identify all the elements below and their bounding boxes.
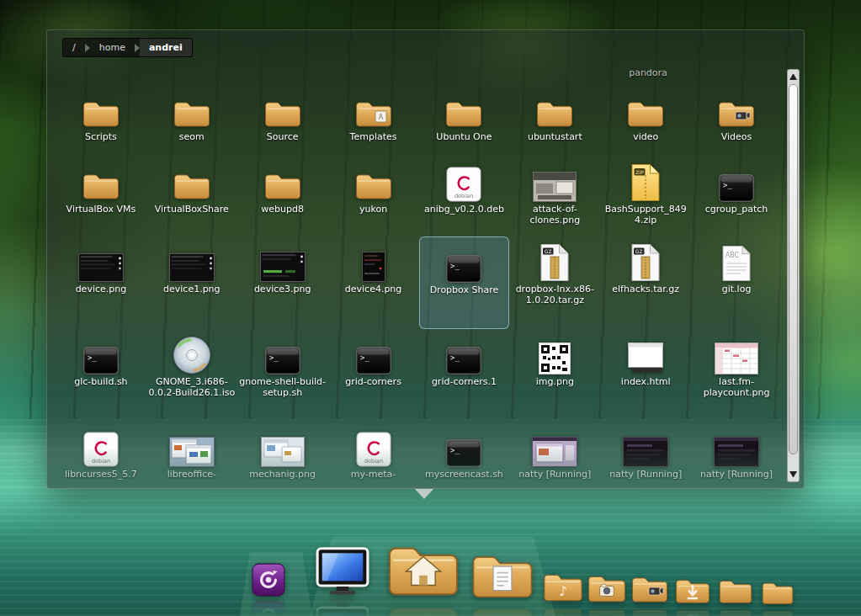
file-item[interactable]: Videos xyxy=(691,84,782,157)
file-item[interactable]: Scripts xyxy=(56,84,146,157)
breadcrumb-home[interactable]: home xyxy=(90,39,135,56)
file-label: libncurses5_5.7 xyxy=(57,470,145,481)
file-item[interactable]: attack-of-clones.png xyxy=(509,157,600,236)
file-item[interactable]: debianmy-meta- xyxy=(328,422,419,488)
svg-text:debian: debian xyxy=(364,458,382,465)
svg-text:>_: >_ xyxy=(450,353,460,362)
folder-music-icon: ♪ xyxy=(542,570,584,604)
file-item[interactable]: >_gnome-shell-build-setup.sh xyxy=(237,329,328,422)
svg-text:debian: debian xyxy=(92,458,110,465)
text-icon: ABC xyxy=(721,238,752,282)
vm-dark-icon xyxy=(714,423,759,467)
svg-text:>_: >_ xyxy=(269,353,279,362)
file-item[interactable]: natty [Running] xyxy=(600,422,691,488)
scroll-down-icon[interactable] xyxy=(789,471,797,477)
file-item[interactable]: VirtualBoxShare xyxy=(146,157,237,236)
scrollbar[interactable] xyxy=(787,69,800,482)
file-label: my-meta- xyxy=(330,470,417,481)
dock-item-computer[interactable] xyxy=(315,547,370,596)
panel-pointer-icon xyxy=(415,489,433,499)
dock-item-launcher[interactable] xyxy=(251,562,286,597)
file-item[interactable]: ATemplates xyxy=(328,84,419,157)
file-item[interactable]: >_Dropbox Share xyxy=(419,236,510,329)
dock-item-folder-2[interactable] xyxy=(761,579,795,607)
shot-dark-wide-icon xyxy=(78,238,124,282)
file-item[interactable]: natty [Running] xyxy=(691,422,782,488)
file-item[interactable]: GNOME_3.i686-0.0.2-Build26.1.iso xyxy=(146,329,237,422)
dock-item-downloads-folder[interactable] xyxy=(674,576,711,606)
file-item[interactable]: Source xyxy=(237,84,328,157)
svg-text:>_: >_ xyxy=(450,446,460,454)
terminal-icon: >_ xyxy=(356,331,391,374)
file-item[interactable]: debianlibncurses5_5.7 xyxy=(56,422,146,488)
file-item[interactable]: debiananibg_v0.2.0.deb xyxy=(419,157,510,236)
file-item[interactable]: >_myscreencast.sh xyxy=(419,422,510,488)
breadcrumb: / home andrei xyxy=(62,38,193,57)
file-item[interactable]: device.png xyxy=(56,236,146,329)
file-item[interactable]: natty [Running] xyxy=(509,422,600,488)
terminal-icon: >_ xyxy=(265,331,300,374)
breadcrumb-root[interactable]: / xyxy=(63,39,85,56)
folder-plain-icon xyxy=(718,576,753,606)
file-label: VirtualBoxShare xyxy=(148,204,236,215)
file-browser-panel: / home andrei pandora Scripts seom Sourc… xyxy=(46,29,805,489)
file-label: index.html xyxy=(602,377,689,388)
scroll-up-icon[interactable] xyxy=(789,74,797,80)
file-item[interactable]: VirtualBox VMs xyxy=(56,157,146,236)
svg-text:ZIP: ZIP xyxy=(635,169,644,175)
file-item[interactable]: >_grid-corners.1 xyxy=(419,329,510,422)
file-item[interactable]: device3.png xyxy=(237,236,328,329)
file-item[interactable]: >_glc-build.sh xyxy=(56,329,146,422)
file-item[interactable]: GZelfhacks.tar.gz xyxy=(600,236,691,329)
shot-dark-green-icon xyxy=(260,238,306,282)
file-item[interactable]: ABCgit.log xyxy=(691,236,782,329)
folder-icon xyxy=(263,86,302,130)
file-label: natty [Running] xyxy=(693,470,780,481)
dock-item-videos-folder[interactable] xyxy=(630,573,669,605)
file-item[interactable]: device1.png xyxy=(146,236,237,329)
dock-item-home-folder[interactable] xyxy=(385,539,461,601)
svg-text:>_: >_ xyxy=(88,353,97,362)
file-item[interactable]: >_cgroup_patch xyxy=(691,157,782,236)
file-item[interactable]: Ubuntu One xyxy=(419,84,510,157)
folder-videos-icon xyxy=(717,86,756,130)
file-label: Dropbox Share xyxy=(422,285,508,296)
folder-icon xyxy=(263,158,302,202)
file-label: BashSupport_8494.zip xyxy=(602,204,689,226)
file-label: device.png xyxy=(57,284,145,295)
file-item[interactable]: mechanig.png xyxy=(237,422,328,488)
dock-item-folder-1[interactable] xyxy=(718,576,753,606)
dock-item-music-folder[interactable]: ♪ xyxy=(542,570,584,604)
file-item[interactable]: last.fm-playcount.png xyxy=(691,329,782,422)
deb-icon: debian xyxy=(83,423,119,467)
file-item[interactable]: index.html xyxy=(600,329,691,422)
svg-text:A: A xyxy=(378,114,383,121)
file-item[interactable]: libreoffice- xyxy=(146,422,237,488)
scrollbar-thumb[interactable] xyxy=(789,84,798,454)
file-label: Videos xyxy=(693,132,780,143)
file-label: anibg_v0.2.0.deb xyxy=(421,204,508,215)
terminal-icon: >_ xyxy=(83,331,119,374)
desktop: / home andrei pandora Scripts seom Sourc… xyxy=(0,0,861,616)
breadcrumb-current[interactable]: andrei xyxy=(140,39,192,56)
file-item[interactable]: yukon xyxy=(328,157,419,236)
file-label: Source xyxy=(239,132,327,143)
folder-downloads-icon xyxy=(674,576,711,606)
file-item[interactable]: >_grid-corners xyxy=(328,329,419,422)
dock-item-documents-folder[interactable] xyxy=(470,549,535,603)
file-item[interactable]: seom xyxy=(146,84,237,157)
gz-icon: GZ xyxy=(539,238,571,282)
file-item[interactable]: GZdropbox-lnx.x86-1.0.20.tar.gz xyxy=(509,236,600,329)
folder-icon xyxy=(173,86,211,130)
file-item[interactable]: video xyxy=(600,84,691,157)
file-item[interactable]: img.png xyxy=(509,329,600,422)
folder-icon xyxy=(173,158,211,202)
dock-item-pictures-folder[interactable] xyxy=(587,571,627,605)
svg-text:ABC: ABC xyxy=(725,252,740,259)
folder-icon xyxy=(82,158,120,202)
file-label: natty [Running] xyxy=(602,470,689,481)
file-item[interactable]: webupd8 xyxy=(237,157,328,236)
file-item[interactable]: ZIPBashSupport_8494.zip xyxy=(600,157,691,236)
file-item[interactable]: ubuntustart xyxy=(509,84,600,157)
file-item[interactable]: device4.png xyxy=(328,236,419,329)
